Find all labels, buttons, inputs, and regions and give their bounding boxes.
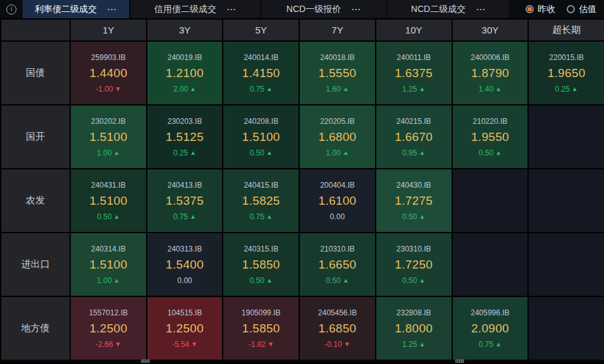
tab-信用债二级成交[interactable]: 信用债二级成交⋯ xyxy=(131,0,260,18)
change-value: 0.50▲ xyxy=(250,276,273,285)
top-tab-bar: i 利率债二级成交⋯信用债二级成交⋯NCD一级报价⋯NCD二级成交⋯ 昨收估值 xyxy=(0,0,604,20)
up-arrow-icon: ▲ xyxy=(495,86,502,92)
change-value: 0.75▲ xyxy=(173,212,196,221)
quote-cell-国开-7Y[interactable]: 220205.IB1.68001.00▲ xyxy=(300,106,375,168)
info-button[interactable]: i xyxy=(0,0,23,18)
down-arrow-icon: ▼ xyxy=(115,86,121,92)
change-number: 1.25 xyxy=(402,340,417,349)
quote-cell-进出口-3Y[interactable]: 240313.IB1.54000.00 xyxy=(147,233,223,296)
up-arrow-icon: ▲ xyxy=(114,277,120,284)
yield-value: 1.6100 xyxy=(319,194,357,208)
quote-cell-进出口-5Y[interactable]: 240315.IB1.58500.50▲ xyxy=(223,233,299,296)
quote-cell-国债-1Y[interactable]: 259903.IB1.4400-1.00▼ xyxy=(71,42,146,104)
radio-selected-icon xyxy=(526,5,534,13)
empty-cell xyxy=(529,106,604,168)
empty-cell xyxy=(529,297,604,360)
quote-cell-地方债-1Y[interactable]: 1557012.IB1.2500-2.66▼ xyxy=(71,297,146,360)
quote-cell-农发-10Y[interactable]: 240430.IB1.72750.50▲ xyxy=(376,169,452,232)
info-icon: i xyxy=(6,4,16,15)
quote-cell-国债-30Y[interactable]: 2400006.IB1.87901.40▲ xyxy=(453,42,528,104)
scrollbar-grip[interactable] xyxy=(455,360,464,363)
scrollbar-grip[interactable] xyxy=(141,360,150,363)
quote-cell-进出口-7Y[interactable]: 210310.IB1.66500.50▲ xyxy=(300,233,375,296)
empty-cell xyxy=(453,233,528,296)
yield-value: 1.5825 xyxy=(242,194,280,208)
change-number: 0.00 xyxy=(330,212,345,221)
tab-NCD一级报价[interactable]: NCD一级报价⋯ xyxy=(262,0,386,18)
quote-cell-地方债-7Y[interactable]: 2405456.IB1.6850-0.10▼ xyxy=(300,297,375,360)
bond-code: 2405996.IB xyxy=(471,308,509,317)
up-arrow-icon: ▲ xyxy=(419,150,425,156)
yield-value: 1.5125 xyxy=(166,130,204,144)
down-arrow-icon: ▼ xyxy=(344,341,350,348)
quote-cell-国开-5Y[interactable]: 240208.IB1.51000.50▲ xyxy=(223,106,299,168)
tab-menu-icon[interactable]: ⋯ xyxy=(476,4,486,14)
bond-code: 240315.IB xyxy=(243,245,278,253)
up-arrow-icon: ▲ xyxy=(190,86,196,92)
radio-昨收[interactable]: 昨收 xyxy=(526,4,555,15)
change-value: 0.75▲ xyxy=(250,85,273,94)
yield-value: 1.6670 xyxy=(395,130,433,144)
bond-code: 230203.IB xyxy=(168,117,202,126)
quote-cell-国债-7Y[interactable]: 240018.IB1.55501.60▲ xyxy=(300,42,375,104)
quote-cell-农发-1Y[interactable]: 240431.IB1.51000.50▲ xyxy=(71,169,146,232)
yield-value: 1.7250 xyxy=(395,258,433,272)
up-arrow-icon: ▲ xyxy=(419,86,425,92)
change-number: -1.00 xyxy=(96,85,113,94)
column-header-5Y: 5Y xyxy=(223,20,299,40)
bond-code: 240413.IB xyxy=(168,181,202,190)
tab-NCD二级成交[interactable]: NCD二级成交⋯ xyxy=(388,0,509,18)
radio-label: 估值 xyxy=(579,4,596,15)
quote-cell-国开-1Y[interactable]: 230202.IB1.51001.00▲ xyxy=(71,106,146,168)
yield-value: 1.4150 xyxy=(242,66,280,80)
quote-cell-国债-3Y[interactable]: 240019.IB1.21002.00▲ xyxy=(147,42,223,104)
change-number: 0.75 xyxy=(250,85,264,94)
up-arrow-icon: ▲ xyxy=(114,214,120,220)
tab-menu-icon[interactable]: ⋯ xyxy=(351,4,361,14)
change-number: 1.60 xyxy=(326,85,340,94)
yield-value: 1.9650 xyxy=(548,66,586,80)
quote-cell-国债-5Y[interactable]: 240014.IB1.41500.75▲ xyxy=(223,42,299,104)
quote-cell-国债-10Y[interactable]: 240011.IB1.63751.25▲ xyxy=(376,42,452,104)
quote-cell-国债-超长期[interactable]: 220015.IB1.96500.25▲ xyxy=(529,42,604,104)
empty-cell xyxy=(529,169,604,232)
change-value: 0.50▲ xyxy=(326,276,348,285)
up-arrow-icon: ▲ xyxy=(343,86,349,92)
radio-估值[interactable]: 估值 xyxy=(567,4,596,15)
bond-code: 1905099.IB xyxy=(242,308,280,317)
tab-label: 信用债二级成交 xyxy=(154,4,216,15)
up-arrow-icon: ▲ xyxy=(343,150,349,156)
quote-cell-地方债-30Y[interactable]: 2405996.IB2.09000.75▲ xyxy=(453,297,528,360)
change-value: 0.95▲ xyxy=(402,149,425,157)
bond-code: 240215.IB xyxy=(397,117,431,126)
change-value: 1.25▲ xyxy=(402,85,425,94)
bond-code: 240011.IB xyxy=(397,53,431,62)
change-value: 0.50▲ xyxy=(402,276,425,285)
bond-code: 2405456.IB xyxy=(318,308,357,317)
change-number: 0.50 xyxy=(402,276,417,285)
tab-menu-icon[interactable]: ⋯ xyxy=(107,4,117,14)
tab-利率债二级成交[interactable]: 利率债二级成交⋯ xyxy=(23,0,129,18)
bond-code: 240431.IB xyxy=(91,181,126,190)
quote-cell-农发-5Y[interactable]: 240415.IB1.58250.75▲ xyxy=(223,169,299,232)
up-arrow-icon: ▲ xyxy=(114,150,120,156)
yield-value: 1.5850 xyxy=(242,322,280,336)
quote-cell-进出口-1Y[interactable]: 240314.IB1.51001.00▲ xyxy=(71,233,146,296)
quote-cell-地方债-3Y[interactable]: 104515.IB1.2500-5.54▼ xyxy=(147,297,223,360)
quote-cell-农发-7Y[interactable]: 200404.IB1.61000.00 xyxy=(300,169,375,232)
tab-label: NCD一级报价 xyxy=(287,4,341,15)
quote-cell-地方债-10Y[interactable]: 232808.IB1.80001.25▲ xyxy=(376,297,452,360)
tab-label: NCD二级成交 xyxy=(411,4,465,15)
yield-value: 1.4400 xyxy=(89,66,127,80)
quote-cell-进出口-10Y[interactable]: 230310.IB1.72500.50▲ xyxy=(376,233,452,296)
quote-cell-农发-3Y[interactable]: 240413.IB1.53750.75▲ xyxy=(147,169,223,232)
change-value: 0.50▲ xyxy=(250,149,273,157)
quote-cell-国开-3Y[interactable]: 230203.IB1.51250.25▲ xyxy=(147,106,223,168)
tab-menu-icon[interactable]: ⋯ xyxy=(226,4,237,14)
bond-code: 240014.IB xyxy=(243,53,278,62)
quote-cell-国开-30Y[interactable]: 210220.IB1.95500.50▲ xyxy=(453,106,528,168)
quote-cell-国开-10Y[interactable]: 240215.IB1.66700.95▲ xyxy=(376,106,452,168)
change-number: 0.50 xyxy=(402,212,417,221)
quote-cell-地方债-5Y[interactable]: 1905099.IB1.5850-1.82▼ xyxy=(223,297,299,360)
down-arrow-icon: ▼ xyxy=(191,341,197,348)
